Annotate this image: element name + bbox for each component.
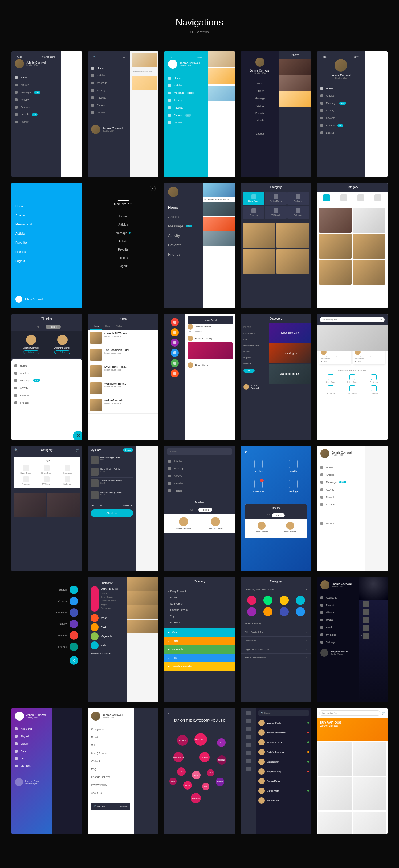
product[interactable] [353,742,387,776]
profile[interactable]: Johnie CornwallSeattle, USA [168,60,204,69]
city-card[interactable]: Las Vegas [269,343,311,364]
filter-cat[interactable]: Dining Room [37,465,56,474]
person[interactable]: Albertine Bence [208,517,222,529]
filter-icon[interactable]: ⚙ [380,318,382,321]
cat-2[interactable] [354,191,368,205]
menu-message[interactable]: Message [91,79,127,87]
tab-cars[interactable]: Cars [102,323,113,330]
cat-icon[interactable]: Bathroom [364,385,383,394]
product-image[interactable] [276,223,309,248]
menu-friends[interactable]: Friends [16,247,78,256]
nav-settings-icon[interactable] [246,767,250,771]
nav-message-icon[interactable] [246,719,250,723]
menu-activity[interactable]: Activity [168,97,204,104]
cat-icon[interactable]: Living Room [321,374,340,383]
menu-item[interactable]: Playlist [15,733,49,740]
menu-message[interactable]: Message158 [168,221,199,231]
menu-articles[interactable]: Articles [14,369,79,377]
now-playing[interactable]: Imagine DragonsDaniel Wayne [15,778,49,786]
menu-logout[interactable]: Logout [168,119,204,126]
menu-home[interactable]: Home [14,362,79,369]
nav-circle-4[interactable] [171,349,179,357]
menu-message[interactable]: Message [56,608,78,617]
menu-home[interactable]: Home [244,80,276,87]
menu-activity[interactable]: Activity [164,472,235,480]
menu-friends[interactable]: Friends [320,501,362,508]
filter-cat[interactable]: Bedroom [17,476,35,485]
menu-item[interactable]: Privacy Policy [91,781,130,789]
nav-circle-1[interactable] [171,318,179,326]
product-image[interactable] [319,260,352,285]
menu-articles[interactable]: Articles [320,471,362,478]
content-peek[interactable] [134,708,158,834]
list-item[interactable]: ▾ Dairy Products [168,588,231,594]
cat-circle[interactable] [263,607,273,616]
cat-icon[interactable]: Bedroom [321,385,340,394]
profile[interactable]: Johnie CornwallSeattle, USA [320,580,356,589]
menu-articles[interactable]: Articles [56,597,78,606]
cat-bedroom[interactable]: Bedroom [243,206,265,219]
menu-home[interactable]: Home [168,203,199,212]
bubble-latin[interactable]: LATIN [183,781,192,789]
menu-home[interactable]: Home [92,212,154,221]
menu-message[interactable]: Message [244,95,276,102]
tab-flights[interactable]: Flights [113,323,125,330]
menu-home[interactable]: Home [168,74,204,82]
profile[interactable]: Johnie CornwallSeattle, USA [15,712,49,721]
menu-logout[interactable]: Logout [244,130,276,137]
menu-item[interactable]: Sale [91,741,130,749]
cat-circle[interactable] [247,607,256,616]
feed-peek[interactable]: Lorem ipsum dolor sit amet [130,51,158,177]
cart-item[interactable]: Blessed Dining Table$150 [91,490,133,501]
menu-activity[interactable]: Activity [16,229,78,238]
cat-meat[interactable]: Meat [91,614,124,622]
menu-logout[interactable]: Logout [91,109,127,116]
filter-cat[interactable]: Bathroom [58,476,77,485]
bar-fruits[interactable]: ▸Fruits [164,637,235,645]
search-icon[interactable]: 🔍 [14,448,18,452]
profile[interactable]: Johnie CornwallSeattle, USA [320,59,362,79]
cat-living-room[interactable]: Living Room [243,191,265,205]
bubble-k-pop[interactable]: K-POP [192,771,201,779]
city-card[interactable]: Washington, DC [269,364,311,384]
menu-item[interactable]: Radio [15,747,49,755]
list-item[interactable]: Butter [168,594,231,600]
product-image[interactable] [319,208,352,232]
list-item[interactable]: Sour Cream [168,600,231,607]
menu-favorite[interactable]: Favorite [244,110,276,117]
close-icon[interactable]: ✕ [245,450,248,454]
cat-fish[interactable]: Fish [91,641,124,649]
menu-message[interactable]: Message [164,465,235,472]
menu-favorite[interactable]: Favorite [16,238,78,247]
contact-item[interactable]: Derick Merit [258,786,309,796]
cat-tv[interactable]: TV Stands [265,206,287,219]
product-image[interactable] [353,260,385,285]
contact-item[interactable]: Herman Fino [258,796,309,805]
menu-favorite[interactable]: Favorite [56,631,78,640]
profile[interactable]: Johnie CornwallSeattle, USA [91,712,130,721]
menu-logout[interactable]: Logout [16,256,78,266]
product[interactable] [318,742,352,776]
tab-people[interactable]: People [198,508,212,512]
menu-home[interactable]: Home [15,74,58,81]
menu-activity[interactable]: Activity [56,620,78,628]
menu-activity[interactable]: Activity [14,384,79,392]
profile[interactable] [168,187,199,197]
menu-home[interactable]: Home [91,64,127,72]
menu-item[interactable]: My Likes [320,631,356,639]
close-button[interactable]: ✕ [56,656,78,665]
contact-item[interactable]: Weston Paulk [258,718,309,728]
menu-articles[interactable]: Articles [164,458,235,465]
bubble-oldies[interactable]: OLDIES [177,735,188,746]
menu-activity[interactable]: Activity [320,107,362,114]
cat-circle[interactable] [280,596,289,605]
menu-favorite[interactable]: Favorite [164,480,235,487]
sub-item[interactable]: Sour Cream [101,595,118,599]
bubble-r&b[interactable]: R&B [202,783,210,790]
menu-favorite[interactable]: Favorite [92,245,154,254]
menu-friends[interactable]: Friends16 [320,122,362,129]
close-icon[interactable]: ✕ [150,186,156,191]
bubble-rock[interactable]: ROCK [177,767,186,776]
filter-cat[interactable]: Bookcase [58,465,77,474]
menu-item[interactable]: Settings [320,639,356,646]
